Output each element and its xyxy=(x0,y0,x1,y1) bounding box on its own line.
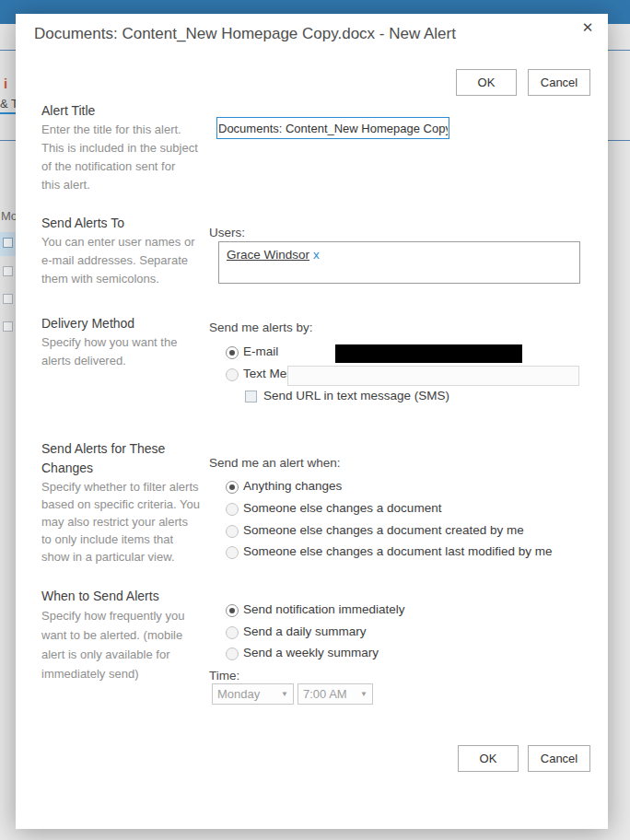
send-alerts-by-label: Send me alerts by: xyxy=(209,321,313,334)
background-row-checkbox xyxy=(3,266,13,276)
chevron-down-icon: ▼ xyxy=(281,690,288,698)
email-radio[interactable] xyxy=(226,346,239,359)
day-select-value: Monday xyxy=(217,687,260,701)
alert-title-input[interactable] xyxy=(216,117,449,139)
frequency-label-weekly: Send a weekly summary xyxy=(243,646,379,659)
time-label: Time: xyxy=(209,669,239,682)
time-select-value: 7:00 AM xyxy=(303,687,347,701)
frequency-radio-daily[interactable] xyxy=(226,626,239,639)
sms-radio[interactable] xyxy=(226,368,239,381)
frequency-radio-weekly[interactable] xyxy=(226,648,239,660)
change-option-label-2: Someone else changes a document created … xyxy=(243,523,524,537)
when-description: Specify how frequently you want to be al… xyxy=(41,606,207,683)
change-option-radio-0[interactable] xyxy=(226,481,239,494)
background-tab-underline xyxy=(0,112,16,114)
alert-title-description: Enter the title for this alert. This is … xyxy=(41,121,207,194)
when-heading: When to Send Alerts xyxy=(41,587,159,606)
ok-button-bottom[interactable]: OK xyxy=(458,745,519,772)
send-url-checkbox[interactable] xyxy=(245,391,257,402)
remove-user-icon[interactable]: x xyxy=(313,248,320,262)
cancel-button-top[interactable]: Cancel xyxy=(528,69,590,96)
day-select: Monday ▼ xyxy=(212,683,294,705)
change-option-radio-3[interactable] xyxy=(226,546,239,559)
changes-description: Specify whether to filter alerts based o… xyxy=(41,478,207,566)
ok-button-top[interactable]: OK xyxy=(456,69,517,96)
cancel-button-bottom[interactable]: Cancel xyxy=(528,745,590,772)
alert-when-label: Send me an alert when: xyxy=(209,456,341,470)
chevron-down-icon: ▼ xyxy=(360,690,368,698)
users-label: Users: xyxy=(209,226,245,239)
page: i & T Mo Documents: Content_New Homepage… xyxy=(0,0,630,840)
dialog-title: Documents: Content_New Homepage Copy.doc… xyxy=(34,25,456,43)
close-icon[interactable]: ✕ xyxy=(576,16,600,40)
users-picker-box[interactable]: Grace Windsorx xyxy=(218,241,580,284)
alert-title-heading: Alert Title xyxy=(41,101,95,121)
frequency-label-daily: Send a daily summary xyxy=(243,624,367,638)
sms-number-input[interactable] xyxy=(287,366,579,386)
change-option-label-0: Anything changes xyxy=(243,479,342,493)
user-chip: Grace Windsorx xyxy=(227,248,320,262)
background-row-checkbox xyxy=(3,238,13,248)
email-radio-label: E-mail xyxy=(243,344,278,358)
delivery-method-description: Specify how you want the alerts delivere… xyxy=(41,333,207,370)
background-row-checkbox xyxy=(3,321,13,332)
user-name-link[interactable]: Grace Windsor xyxy=(227,248,309,262)
send-to-description: You can enter user names or e-mail addre… xyxy=(41,233,207,288)
send-url-checkbox-label: Send URL in text message (SMS) xyxy=(263,389,449,402)
background-logo-fragment: i xyxy=(4,76,7,91)
change-option-radio-1[interactable] xyxy=(226,503,239,516)
change-option-label-3: Someone else changes a document last mod… xyxy=(243,544,552,558)
redacted-email-address xyxy=(335,344,522,363)
frequency-label-immediate: Send notification immediately xyxy=(243,602,405,616)
changes-heading: Send Alerts for These Changes xyxy=(41,439,165,478)
frequency-radio-immediate[interactable] xyxy=(226,604,239,617)
time-select: 7:00 AM ▼ xyxy=(298,683,373,705)
send-to-heading: Send Alerts To xyxy=(41,214,124,233)
background-row-checkbox xyxy=(3,294,13,304)
change-option-label-1: Someone else changes a document xyxy=(243,501,441,515)
change-option-radio-2[interactable] xyxy=(226,525,239,538)
delivery-method-heading: Delivery Method xyxy=(41,314,134,333)
new-alert-dialog: Documents: Content_New Homepage Copy.doc… xyxy=(16,14,608,829)
